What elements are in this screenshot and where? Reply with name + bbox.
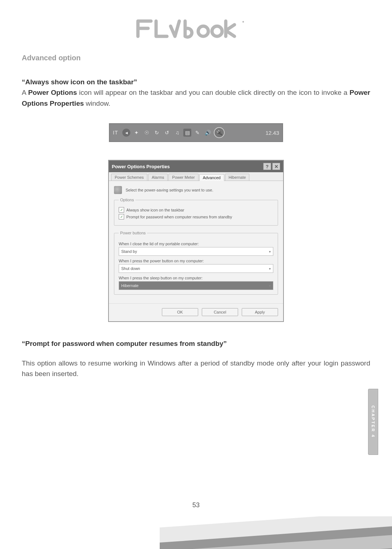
puzzle-icon: ✦: [132, 129, 140, 137]
audio-icon: 🔊: [204, 129, 212, 137]
power-buttons-group: Power buttons When I close the lid of my…: [114, 231, 278, 295]
dialog-intro: Select the power-saving settings you wan…: [126, 188, 213, 192]
taskbar-lang: IT: [113, 130, 118, 136]
sleep-button-label: When I press the sleep button on my comp…: [119, 276, 273, 280]
tab-power-schemes[interactable]: Power Schemes: [111, 174, 147, 181]
ok-button[interactable]: OK: [162, 308, 198, 316]
battery-icon: [114, 186, 122, 194]
option-desc-1: A Power Options icon will appear on the …: [22, 87, 370, 109]
sleep-button-value: Hibernate: [121, 283, 139, 288]
tab-hibernate[interactable]: Hibernate: [225, 174, 250, 181]
close-button[interactable]: ✕: [272, 163, 280, 170]
sync-icon: ↺: [163, 129, 171, 137]
help-button[interactable]: ?: [263, 163, 271, 170]
dialog-tabs: Power Schemes Alarms Power Meter Advance…: [109, 172, 283, 181]
cancel-button[interactable]: Cancel: [202, 308, 238, 316]
power-button-select[interactable]: Shut down ▾: [119, 264, 273, 273]
volume-icon: ♫: [173, 129, 181, 137]
checkbox-show-icon[interactable]: ✓: [119, 207, 124, 213]
sleep-button-select[interactable]: Hibernate ▾: [119, 281, 273, 290]
svg-point-0: [198, 26, 208, 36]
power-icon: 🔌: [214, 127, 225, 138]
tab-alarms[interactable]: Alarms: [148, 174, 168, 181]
doc-icon: ▤: [183, 129, 191, 137]
section-heading: Advanced option: [22, 54, 370, 62]
footer-decoration: [160, 516, 392, 549]
checkbox-prompt-password-label: Prompt for password when computer resume…: [126, 215, 232, 219]
option-quote-2: “Prompt for password when computer resum…: [22, 338, 370, 349]
chapter-side-tab: CHAPTER 4: [368, 389, 378, 455]
sync-icon: ↻: [153, 129, 161, 137]
power-button-label: When I press the power button on my comp…: [119, 259, 273, 263]
power-buttons-legend: Power buttons: [119, 231, 147, 235]
power-button-value: Shut down: [121, 266, 140, 271]
brand-logo: [22, 18, 370, 39]
checkbox-prompt-password[interactable]: ✓: [119, 214, 124, 219]
tab-advanced[interactable]: Advanced: [199, 174, 224, 181]
globe-icon: ☉: [143, 129, 151, 137]
pen-icon: ✎: [193, 129, 201, 137]
svg-point-1: [212, 26, 222, 36]
tab-power-meter[interactable]: Power Meter: [168, 174, 198, 181]
checkbox-show-icon-label: Always show icon on the taskbar: [126, 208, 184, 212]
lid-close-select[interactable]: Stand by ▾: [119, 247, 273, 256]
chevron-down-icon: ▾: [269, 267, 271, 271]
page-number: 53: [0, 501, 392, 509]
taskbar-screenshot: IT ◂ ✦ ☉ ↻ ↺ ♫ ▤ ✎ 🔊 🔌 12.43: [109, 123, 283, 142]
chevron-down-icon: ▾: [269, 250, 271, 254]
svg-point-2: [242, 21, 244, 23]
options-legend: Options: [119, 198, 135, 202]
options-group: Options ✓ Always show icon on the taskba…: [114, 198, 278, 226]
dialog-title: Power Options Properties: [112, 164, 170, 169]
lid-close-value: Stand by: [121, 249, 137, 254]
lid-close-label: When I close the lid of my portable comp…: [119, 242, 273, 246]
option-desc-2: This option allows to resume working in …: [22, 358, 370, 379]
apply-button[interactable]: Apply: [242, 308, 278, 316]
taskbar-clock: 12.43: [265, 130, 279, 136]
chevron-left-icon: ◂: [122, 129, 130, 137]
option-quote-1: “Always show icon on the taskbar”: [22, 77, 370, 87]
chapter-side-tab-label: CHAPTER 4: [371, 405, 375, 438]
power-options-dialog: Power Options Properties ? ✕ Power Schem…: [109, 160, 283, 322]
chevron-down-icon: ▾: [269, 284, 271, 288]
